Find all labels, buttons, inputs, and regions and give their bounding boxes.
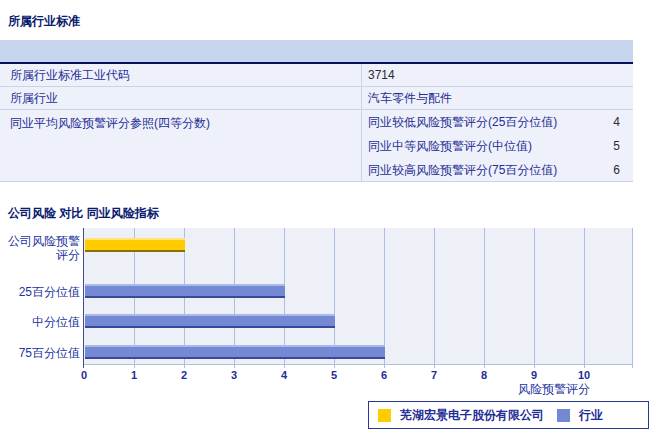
chart-legend: 芜湖宏景电子股份有限公司 行业 [368, 401, 649, 429]
section-title-risk-compare: 公司风险 对比 同业风险指标 [8, 205, 159, 222]
x-tick-label: 1 [123, 369, 145, 381]
subrow-75th: 同业较高风险预警评分(75百分位值) 6 [362, 158, 633, 182]
bar-chart-plot-area [84, 228, 633, 365]
x-tick-label: 2 [173, 369, 195, 381]
x-tick-label: 8 [473, 369, 495, 381]
bar-25th-percentile [85, 284, 285, 298]
subrow-label: 同业较高风险预警评分(75百分位值) [368, 158, 594, 182]
table-row-quartiles: 同业平均风险预警评分参照(四等分数) 同业较低风险预警评分(25百分位值) 4 … [0, 110, 633, 182]
section-title-industry-standard: 所属行业标准 [8, 13, 80, 30]
subrow-median: 同业中等风险预警评分(中位值) 5 [362, 134, 633, 158]
subrow-label: 同业中等风险预警评分(中位值) [368, 134, 594, 158]
chart-category-label-25th: 25百分位值 [0, 285, 80, 299]
row-label-peer-reference: 同业平均风险预警评分参照(四等分数) [0, 110, 361, 181]
quartile-subrows: 同业较低风险预警评分(25百分位值) 4 同业中等风险预警评分(中位值) 5 同… [361, 110, 633, 181]
subrow-value: 6 [594, 158, 620, 182]
x-tick-label: 0 [73, 369, 95, 381]
gridline [484, 228, 485, 368]
legend-label-company: 芜湖宏景电子股份有限公司 [400, 407, 544, 424]
row-label-industry: 所属行业 [0, 87, 361, 109]
chart-category-label-line: 评分 [0, 248, 80, 262]
bar-company-score [85, 238, 185, 252]
legend-swatch-company [378, 409, 391, 422]
table-row: 所属行业标准工业代码 3714 [0, 64, 633, 87]
chart-category-label-75th: 75百分位值 [0, 346, 80, 360]
gridline [632, 228, 633, 368]
row-label-sic-code: 所属行业标准工业代码 [0, 64, 361, 86]
bar-75th-percentile [85, 345, 385, 359]
chart-category-label-company: 公司风险预警 评分 [0, 234, 80, 262]
chart-category-label-median: 中分位值 [0, 315, 80, 329]
industry-standard-table: 所属行业标准工业代码 3714 所属行业 汽车零件与配件 同业平均风险预警评分参… [0, 40, 633, 182]
legend-swatch-industry [557, 409, 570, 422]
subrow-label: 同业较低风险预警评分(25百分位值) [368, 110, 594, 134]
chart-category-label-line: 公司风险预警 [0, 234, 80, 248]
bar-median [85, 314, 335, 328]
x-tick-label: 5 [323, 369, 345, 381]
gridline [434, 228, 435, 368]
row-value-sic-code: 3714 [361, 64, 633, 86]
subrow-25th: 同业较低风险预警评分(25百分位值) 4 [362, 110, 633, 134]
x-tick-label: 9 [523, 369, 545, 381]
x-axis-title: 风险预警评分 [480, 381, 590, 398]
subrow-value: 5 [594, 134, 620, 158]
table-header-band [0, 40, 633, 64]
table-row: 所属行业 汽车零件与配件 [0, 87, 633, 110]
x-tick-label: 10 [573, 369, 595, 381]
legend-label-industry: 行业 [579, 407, 603, 424]
y-axis-line [83, 228, 84, 368]
x-tick-label: 3 [223, 369, 245, 381]
x-tick-label: 4 [273, 369, 295, 381]
row-value-industry: 汽车零件与配件 [361, 87, 633, 109]
gridline [534, 228, 535, 368]
x-tick-label: 6 [373, 369, 395, 381]
x-tick-label: 7 [423, 369, 445, 381]
gridline [584, 228, 585, 368]
subrow-value: 4 [594, 110, 620, 134]
